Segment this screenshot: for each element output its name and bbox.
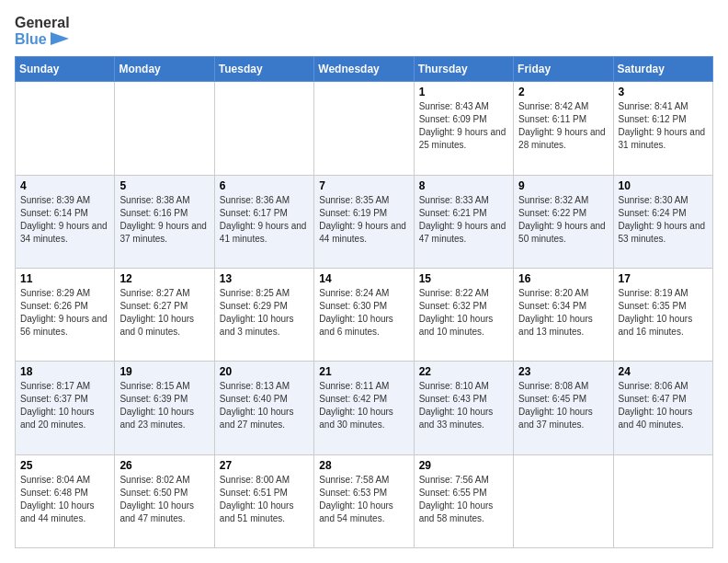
day-info: Sunrise: 8:41 AM Sunset: 6:12 PM Dayligh… <box>619 100 708 152</box>
calendar-day-cell: 4Sunrise: 8:39 AM Sunset: 6:14 PM Daylig… <box>16 175 115 268</box>
header: General Blue <box>15 15 713 47</box>
day-number: 7 <box>319 179 408 192</box>
day-number: 5 <box>119 179 209 192</box>
day-of-week-header: Saturday <box>613 57 712 82</box>
calendar-week-row: 25Sunrise: 8:04 AM Sunset: 6:48 PM Dayli… <box>16 454 713 547</box>
calendar-day-cell: 15Sunrise: 8:22 AM Sunset: 6:32 PM Dayli… <box>414 268 513 361</box>
day-info: Sunrise: 7:58 AM Sunset: 6:53 PM Dayligh… <box>319 474 408 525</box>
day-info: Sunrise: 8:08 AM Sunset: 6:45 PM Dayligh… <box>518 380 608 431</box>
day-info: Sunrise: 8:20 AM Sunset: 6:34 PM Dayligh… <box>518 287 608 339</box>
day-number: 8 <box>419 179 508 192</box>
calendar-day-cell <box>214 82 313 175</box>
calendar-day-cell: 22Sunrise: 8:10 AM Sunset: 6:43 PM Dayli… <box>414 362 513 454</box>
day-number: 3 <box>619 86 708 98</box>
day-info: Sunrise: 7:56 AM Sunset: 6:55 PM Dayligh… <box>419 474 508 525</box>
calendar-day-cell: 9Sunrise: 8:32 AM Sunset: 6:22 PM Daylig… <box>514 175 613 268</box>
calendar-week-row: 1Sunrise: 8:43 AM Sunset: 6:09 PM Daylig… <box>16 82 713 175</box>
day-number: 25 <box>20 459 109 472</box>
blue-arrow-icon <box>51 32 69 45</box>
calendar-day-cell: 27Sunrise: 8:00 AM Sunset: 6:51 PM Dayli… <box>214 454 313 547</box>
day-info: Sunrise: 8:39 AM Sunset: 6:14 PM Dayligh… <box>20 194 109 246</box>
day-number: 14 <box>319 272 408 285</box>
calendar-day-cell: 11Sunrise: 8:29 AM Sunset: 6:26 PM Dayli… <box>16 268 115 361</box>
calendar-day-cell: 13Sunrise: 8:25 AM Sunset: 6:29 PM Dayli… <box>214 268 313 361</box>
day-info: Sunrise: 8:35 AM Sunset: 6:19 PM Dayligh… <box>319 194 408 246</box>
calendar-day-cell: 19Sunrise: 8:15 AM Sunset: 6:39 PM Dayli… <box>115 362 214 454</box>
day-info: Sunrise: 8:33 AM Sunset: 6:21 PM Dayligh… <box>419 194 508 246</box>
calendar-day-cell <box>514 454 613 547</box>
calendar-day-cell: 23Sunrise: 8:08 AM Sunset: 6:45 PM Dayli… <box>514 362 613 454</box>
day-number: 4 <box>20 179 109 192</box>
day-of-week-header: Tuesday <box>214 57 313 82</box>
day-info: Sunrise: 8:02 AM Sunset: 6:50 PM Dayligh… <box>119 474 209 525</box>
day-info: Sunrise: 8:27 AM Sunset: 6:27 PM Dayligh… <box>119 287 209 339</box>
day-number: 29 <box>419 459 508 472</box>
calendar-day-cell: 14Sunrise: 8:24 AM Sunset: 6:30 PM Dayli… <box>314 268 414 361</box>
day-of-week-header: Monday <box>115 57 214 82</box>
calendar-day-cell: 7Sunrise: 8:35 AM Sunset: 6:19 PM Daylig… <box>314 175 414 268</box>
day-info: Sunrise: 8:32 AM Sunset: 6:22 PM Dayligh… <box>518 194 608 246</box>
calendar-day-cell: 29Sunrise: 7:56 AM Sunset: 6:55 PM Dayli… <box>414 454 513 547</box>
day-number: 28 <box>319 459 408 472</box>
day-info: Sunrise: 8:42 AM Sunset: 6:11 PM Dayligh… <box>518 100 608 152</box>
day-number: 27 <box>220 459 309 472</box>
day-number: 1 <box>419 86 508 98</box>
day-info: Sunrise: 8:06 AM Sunset: 6:47 PM Dayligh… <box>619 380 708 431</box>
calendar-day-cell <box>613 454 712 547</box>
page: General Blue SundayMondayTuesdayWednesda… <box>0 0 728 563</box>
calendar-day-cell: 6Sunrise: 8:36 AM Sunset: 6:17 PM Daylig… <box>214 175 313 268</box>
day-info: Sunrise: 8:17 AM Sunset: 6:37 PM Dayligh… <box>20 380 109 431</box>
day-info: Sunrise: 8:00 AM Sunset: 6:51 PM Dayligh… <box>220 474 309 525</box>
svg-marker-0 <box>51 32 69 45</box>
calendar-week-row: 18Sunrise: 8:17 AM Sunset: 6:37 PM Dayli… <box>16 362 713 454</box>
day-info: Sunrise: 8:22 AM Sunset: 6:32 PM Dayligh… <box>419 287 508 339</box>
day-number: 19 <box>119 365 209 378</box>
day-info: Sunrise: 8:30 AM Sunset: 6:24 PM Dayligh… <box>619 194 708 246</box>
day-of-week-header: Wednesday <box>314 57 414 82</box>
day-number: 10 <box>619 179 708 192</box>
calendar-day-cell: 25Sunrise: 8:04 AM Sunset: 6:48 PM Dayli… <box>16 454 115 547</box>
day-info: Sunrise: 8:13 AM Sunset: 6:40 PM Dayligh… <box>220 380 309 431</box>
calendar-day-cell: 5Sunrise: 8:38 AM Sunset: 6:16 PM Daylig… <box>115 175 214 268</box>
calendar-day-cell: 17Sunrise: 8:19 AM Sunset: 6:35 PM Dayli… <box>613 268 712 361</box>
day-number: 22 <box>419 365 508 378</box>
calendar-week-row: 11Sunrise: 8:29 AM Sunset: 6:26 PM Dayli… <box>16 268 713 361</box>
day-number: 6 <box>220 179 309 192</box>
calendar-day-cell: 24Sunrise: 8:06 AM Sunset: 6:47 PM Dayli… <box>613 362 712 454</box>
day-info: Sunrise: 8:24 AM Sunset: 6:30 PM Dayligh… <box>319 287 408 339</box>
calendar-day-cell <box>115 82 214 175</box>
day-number: 26 <box>119 459 209 472</box>
calendar-day-cell <box>314 82 414 175</box>
day-number: 13 <box>220 272 309 285</box>
day-info: Sunrise: 8:36 AM Sunset: 6:17 PM Dayligh… <box>220 194 309 246</box>
calendar-day-cell: 16Sunrise: 8:20 AM Sunset: 6:34 PM Dayli… <box>514 268 613 361</box>
day-info: Sunrise: 8:38 AM Sunset: 6:16 PM Dayligh… <box>119 194 209 246</box>
day-info: Sunrise: 8:10 AM Sunset: 6:43 PM Dayligh… <box>419 380 508 431</box>
day-number: 2 <box>518 86 608 98</box>
calendar-day-cell: 2Sunrise: 8:42 AM Sunset: 6:11 PM Daylig… <box>514 82 613 175</box>
calendar-day-cell: 18Sunrise: 8:17 AM Sunset: 6:37 PM Dayli… <box>16 362 115 454</box>
day-number: 9 <box>518 179 608 192</box>
day-number: 21 <box>319 365 408 378</box>
calendar-day-cell: 26Sunrise: 8:02 AM Sunset: 6:50 PM Dayli… <box>115 454 214 547</box>
day-info: Sunrise: 8:43 AM Sunset: 6:09 PM Dayligh… <box>419 100 508 152</box>
day-of-week-header: Thursday <box>414 57 513 82</box>
day-of-week-header: Friday <box>514 57 613 82</box>
calendar-day-cell: 1Sunrise: 8:43 AM Sunset: 6:09 PM Daylig… <box>414 82 513 175</box>
calendar-day-cell: 28Sunrise: 7:58 AM Sunset: 6:53 PM Dayli… <box>314 454 414 547</box>
day-info: Sunrise: 8:11 AM Sunset: 6:42 PM Dayligh… <box>319 380 408 431</box>
day-number: 23 <box>518 365 608 378</box>
day-number: 15 <box>419 272 508 285</box>
calendar-day-cell: 8Sunrise: 8:33 AM Sunset: 6:21 PM Daylig… <box>414 175 513 268</box>
day-of-week-header: Sunday <box>16 57 115 82</box>
calendar-day-cell: 3Sunrise: 8:41 AM Sunset: 6:12 PM Daylig… <box>613 82 712 175</box>
day-info: Sunrise: 8:25 AM Sunset: 6:29 PM Dayligh… <box>220 287 309 339</box>
day-number: 12 <box>119 272 209 285</box>
calendar-week-row: 4Sunrise: 8:39 AM Sunset: 6:14 PM Daylig… <box>16 175 713 268</box>
day-info: Sunrise: 8:15 AM Sunset: 6:39 PM Dayligh… <box>119 380 209 431</box>
calendar-day-cell: 12Sunrise: 8:27 AM Sunset: 6:27 PM Dayli… <box>115 268 214 361</box>
day-number: 11 <box>20 272 109 285</box>
calendar-day-cell <box>16 82 115 175</box>
calendar-day-cell: 20Sunrise: 8:13 AM Sunset: 6:40 PM Dayli… <box>214 362 313 454</box>
calendar-day-cell: 21Sunrise: 8:11 AM Sunset: 6:42 PM Dayli… <box>314 362 414 454</box>
